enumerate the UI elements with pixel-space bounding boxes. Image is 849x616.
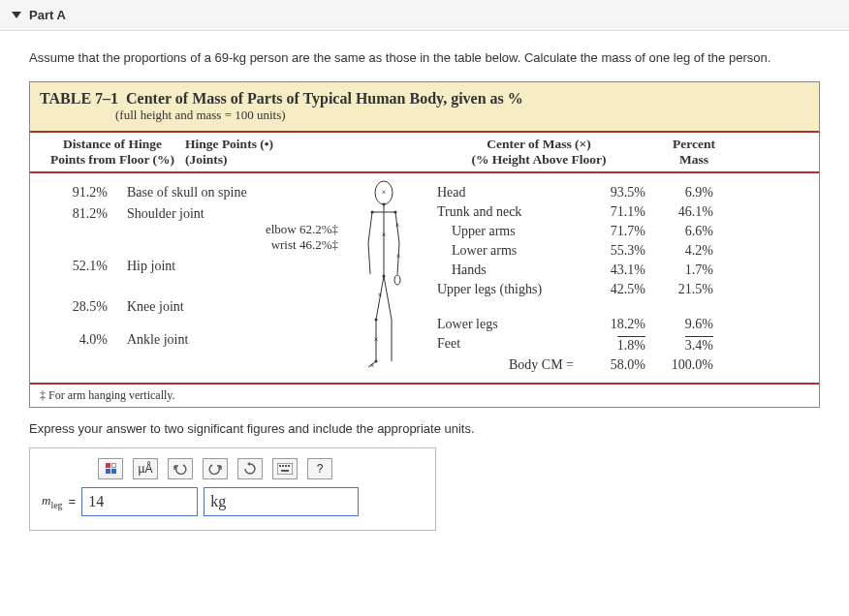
answer-input-row: mleg = 14 kg (42, 487, 424, 516)
hdr-hinge-dist-1: Distance of Hinge (63, 137, 162, 151)
redo-button[interactable] (203, 458, 228, 479)
table-column-headers: Distance of Hinge Points from Floor (%) … (30, 133, 819, 173)
undo-icon (173, 463, 187, 475)
svg-line-6 (368, 212, 372, 243)
table-row: Feet1.8%3.4% (427, 336, 809, 354)
equals-sign: = (69, 494, 77, 508)
hdr-com-1: Center of Mass (×) (487, 137, 591, 151)
svg-rect-28 (282, 465, 284, 467)
hinge-name: Base of skull on spine (127, 185, 340, 200)
svg-point-14 (371, 210, 374, 213)
table-total-row: Body CM = 58.0% 100.0% (427, 357, 809, 373)
section-header[interactable]: Part A (0, 0, 849, 31)
svg-text:×: × (378, 291, 383, 299)
table-row: Hands43.1%1.7% (427, 262, 809, 278)
hinge-name: Ankle joint (127, 332, 340, 348)
human-body-icon: × × × × × × × (355, 179, 413, 373)
hdr-hinge-pts-1: Hinge Points (•) (185, 137, 273, 151)
svg-point-15 (394, 210, 397, 213)
total-pct: 58.0% (578, 357, 645, 373)
svg-rect-31 (281, 470, 289, 472)
content-area: Assume that the proportions of a 69-kg p… (0, 31, 849, 548)
elbow-annotation: elbow 62.2%‡ (127, 222, 340, 237)
hinge-pct: 81.2% (40, 206, 127, 253)
table-body: 91.2% Base of skull on spine 81.2% Shoul… (30, 173, 819, 383)
table-caption: TABLE 7–1 Center of Mass of Parts of Typ… (30, 82, 819, 133)
table-subtitle: (full height and mass = 100 units) (115, 108, 286, 122)
total-pm: 100.0% (645, 357, 723, 373)
hinge-pct: 4.0% (40, 332, 127, 348)
table-footnote: ‡ For arm hanging vertically. (30, 383, 819, 407)
svg-text:×: × (382, 231, 387, 239)
hinge-column: 91.2% Base of skull on spine 81.2% Shoul… (40, 179, 340, 377)
table-row: 81.2% Shoulder joint elbow 62.2%‡ wrist … (40, 206, 340, 253)
svg-rect-26 (277, 463, 293, 475)
hinge-name: Shoulder joint elbow 62.2%‡ wrist 46.2%‡ (127, 206, 340, 253)
unit-input[interactable]: kg (204, 487, 359, 516)
hdr-pm-2: Mass (679, 152, 708, 167)
hinge-pct: 91.2% (40, 185, 127, 200)
hinge-name: Hip joint (127, 259, 340, 274)
answer-instruction: Express your answer to two significant f… (29, 421, 820, 436)
svg-point-5 (394, 275, 400, 285)
table-row: 91.2% Base of skull on spine (40, 185, 340, 200)
svg-text:×: × (396, 252, 401, 261)
body-figure: × × × × × × × (340, 179, 427, 377)
svg-text:×: × (382, 188, 387, 197)
template-button[interactable] (98, 458, 123, 479)
keyboard-button[interactable] (272, 458, 298, 479)
svg-point-13 (383, 202, 386, 205)
hdr-com-2: (% Height Above Floor) (471, 152, 606, 167)
hdr-hinge-pts-2: (Joints) (185, 152, 228, 167)
collapse-caret-icon (12, 12, 21, 18)
undo-button[interactable] (168, 458, 193, 479)
units-button[interactable]: µÅ (133, 458, 158, 479)
table-row: Lower legs18.2%9.6% (427, 317, 809, 332)
hdr-pm-1: Percent (673, 137, 715, 151)
svg-point-16 (383, 274, 386, 277)
svg-point-17 (375, 318, 378, 321)
svg-rect-30 (288, 465, 290, 467)
redo-icon (208, 463, 222, 475)
table-row: Head93.5%6.9% (427, 185, 809, 200)
svg-text:×: × (374, 335, 379, 344)
svg-text:×: × (395, 221, 400, 230)
table-row: Lower arms55.3%4.2% (427, 243, 809, 259)
table-title: Center of Mass of Parts of Typical Human… (126, 90, 523, 107)
svg-rect-27 (279, 465, 281, 467)
section-title: Part A (29, 8, 66, 22)
table-row: 52.1% Hip joint (40, 259, 340, 274)
answer-variable: mleg (42, 493, 63, 510)
hdr-hinge-dist-2: Points from Floor (%) (50, 152, 174, 167)
svg-text:×: × (370, 361, 375, 370)
hinge-pct: 52.1% (40, 259, 127, 274)
keyboard-icon (277, 463, 293, 475)
svg-point-18 (375, 359, 378, 362)
help-button[interactable]: ? (307, 458, 332, 479)
svg-rect-29 (285, 465, 287, 467)
table-row: 4.0% Ankle joint (40, 332, 340, 348)
table-row: 28.5% Knee joint (40, 299, 340, 315)
table-number: TABLE 7–1 (40, 90, 118, 107)
total-label: Body CM = (427, 357, 578, 373)
hinge-pct: 28.5% (40, 299, 127, 315)
svg-line-7 (368, 243, 370, 274)
answer-toolbar: µÅ ? (98, 458, 424, 479)
table-row: Upper arms71.7%6.6% (427, 224, 809, 239)
hinge-name: Knee joint (127, 299, 340, 315)
svg-line-11 (384, 276, 392, 320)
table-row: Trunk and neck71.1%46.1% (427, 204, 809, 220)
data-table: TABLE 7–1 Center of Mass of Parts of Typ… (29, 81, 820, 408)
answer-box: µÅ ? mleg = 14 kg (29, 447, 436, 531)
reset-button[interactable] (237, 458, 263, 479)
table-row: Upper legs (thighs)42.5%21.5% (427, 282, 809, 297)
question-prompt: Assume that the proportions of a 69-kg p… (29, 48, 820, 68)
value-input[interactable]: 14 (81, 487, 198, 516)
reset-icon (243, 462, 257, 476)
wrist-annotation: wrist 46.2%‡ (127, 237, 340, 253)
com-column: Head93.5%6.9% Trunk and neck71.1%46.1% U… (427, 179, 809, 377)
